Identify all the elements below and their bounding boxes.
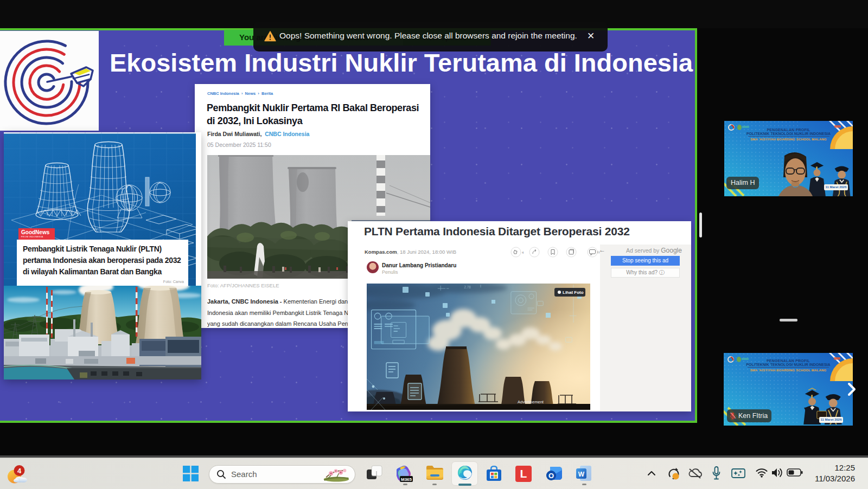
svg-text:W: W — [578, 471, 585, 478]
svg-text:O: O — [548, 472, 554, 480]
svg-text:4: 4 — [17, 467, 22, 475]
svg-text:4: 4 — [522, 251, 524, 254]
svg-text:M365: M365 — [401, 477, 412, 482]
svg-text:2.78: 2.78 — [464, 285, 471, 289]
svg-text:Advertisement: Advertisement — [518, 400, 544, 404]
svg-text:Lihat Foto: Lihat Foto — [563, 290, 584, 295]
